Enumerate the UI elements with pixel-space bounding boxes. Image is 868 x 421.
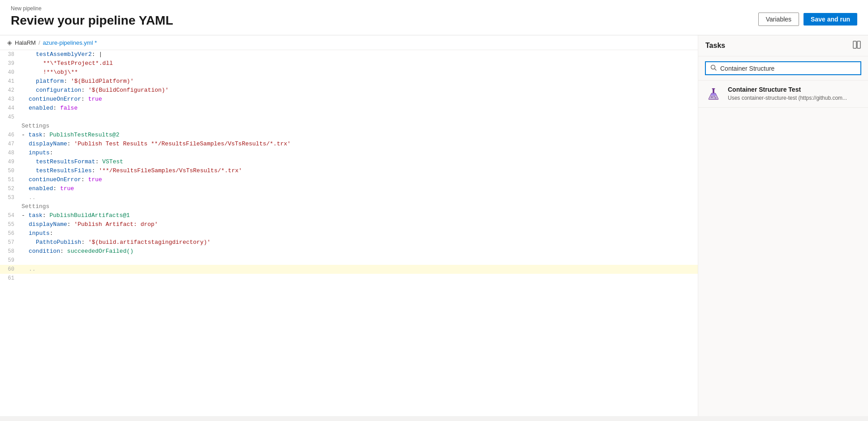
- code-editor[interactable]: 38 testAssemblyVer2: | 39 **\*TestProjec…: [0, 50, 698, 416]
- svg-point-7: [713, 96, 715, 97]
- code-line-49: 49 testResultsFormat: VSTest: [0, 157, 698, 166]
- breadcrumb: ◈ HalaRM / azure-pipelines.yml *: [0, 35, 698, 50]
- container-structure-test-icon: [706, 87, 721, 101]
- collapse-panel-icon[interactable]: [853, 41, 861, 51]
- code-line-47: 47 displayName: 'Publish Test Results **…: [0, 140, 698, 149]
- code-line-38: 38 testAssemblyVer2: |: [0, 50, 698, 59]
- breadcrumb-filename[interactable]: azure-pipelines.yml *: [43, 39, 97, 46]
- code-line-51: 51 continueOnError: true: [0, 175, 698, 184]
- save-run-button[interactable]: Save and run: [804, 13, 857, 26]
- new-pipeline-label: New pipeline: [11, 5, 173, 12]
- search-input-wrap: [705, 62, 861, 75]
- repo-icon: ◈: [7, 39, 12, 46]
- code-line-50: 50 testResultsFiles: '**/ResultsFileSamp…: [0, 166, 698, 175]
- tasks-header: Tasks: [698, 35, 868, 56]
- code-line-53: 53 ..: [0, 193, 698, 202]
- code-line-45: 45: [0, 113, 698, 122]
- code-line-40: 40 !**\obj\**: [0, 68, 698, 77]
- code-line-41: 41 platform: '$(BuildPlatform)': [0, 77, 698, 86]
- task-info: Container Structure Test Uses container-…: [728, 86, 847, 102]
- variables-button[interactable]: Variables: [758, 13, 799, 26]
- breadcrumb-repo: HalaRM: [15, 39, 36, 46]
- top-bar-right: Variables Save and run: [758, 13, 857, 28]
- top-bar: New pipeline Review your pipeline YAML V…: [0, 0, 868, 35]
- svg-point-6: [711, 96, 713, 98]
- tasks-panel: Tasks: [698, 35, 868, 416]
- code-line-56: 56 inputs:: [0, 229, 698, 238]
- svg-line-3: [715, 69, 717, 71]
- task-name: Container Structure Test: [728, 86, 847, 93]
- code-line-39: 39 **\*TestProject*.dll: [0, 59, 698, 68]
- svg-rect-1: [857, 41, 860, 48]
- svg-rect-5: [713, 89, 714, 94]
- code-line-44: 44 enabled: false: [0, 104, 698, 113]
- breadcrumb-separator: /: [39, 39, 40, 46]
- code-line-52: 52 enabled: true: [0, 184, 698, 193]
- editor-area: ◈ HalaRM / azure-pipelines.yml * 38 test…: [0, 35, 698, 416]
- svg-point-8: [715, 97, 716, 98]
- svg-rect-0: [853, 41, 856, 48]
- tasks-search-input[interactable]: [720, 65, 856, 72]
- tasks-search: [698, 56, 868, 81]
- code-line-55: 55 displayName: 'Publish Artifact: drop': [0, 220, 698, 229]
- task-icon-wrap: [705, 86, 722, 102]
- code-line-42: 42 configuration: '$(BuildConfiguration)…: [0, 86, 698, 95]
- code-line-61: 61: [0, 274, 698, 283]
- code-line-settings-1: Settings: [0, 122, 698, 131]
- tasks-title: Tasks: [705, 42, 725, 50]
- code-line-43: 43 continueOnError: true: [0, 95, 698, 104]
- main-content: ◈ HalaRM / azure-pipelines.yml * 38 test…: [0, 35, 868, 416]
- task-desc: Uses container-structure-test (https://g…: [728, 94, 847, 102]
- code-line-57: 57 PathtoPublish: '$(build.artifactstagi…: [0, 238, 698, 247]
- code-line-54: 54 - task: PublishBuildArtifacts@1: [0, 211, 698, 220]
- task-result-container-structure[interactable]: Container Structure Test Uses container-…: [698, 81, 868, 108]
- code-line-46: 46 - task: PublishTestResults@2: [0, 131, 698, 140]
- page-title: Review your pipeline YAML: [11, 13, 173, 28]
- code-line-60: 60 ..: [0, 265, 698, 274]
- code-line-58: 58 condition: succeededOrFailed(): [0, 247, 698, 256]
- top-bar-left: New pipeline Review your pipeline YAML: [11, 5, 173, 28]
- search-icon: [710, 64, 717, 72]
- code-line-48: 48 inputs:: [0, 149, 698, 157]
- code-line-59: 59: [0, 256, 698, 265]
- code-line-settings-2: Settings: [0, 202, 698, 211]
